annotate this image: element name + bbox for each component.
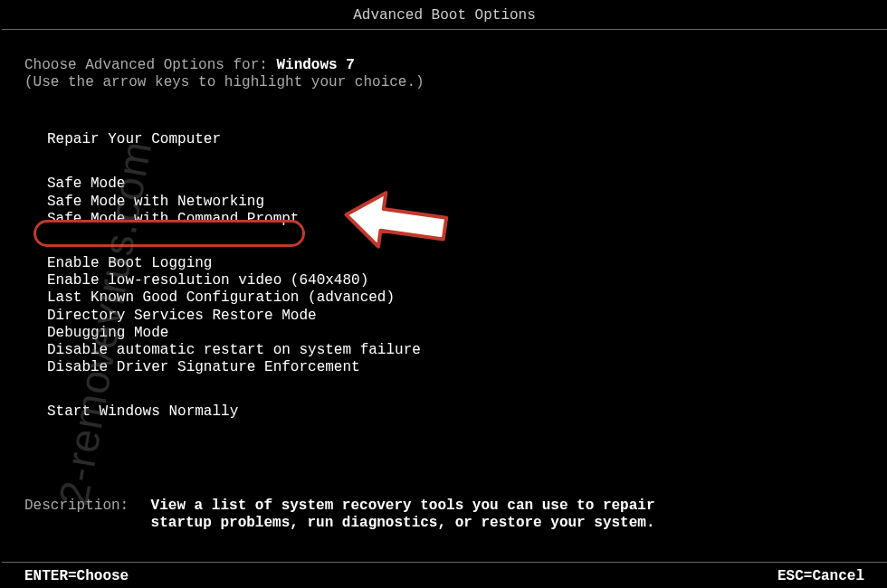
menu-disable-auto-restart[interactable]: Disable automatic restart on system fail… [47,342,421,359]
description-label: Description: [24,498,142,514]
intro-text: Choose Advanced Options for: Windows 7 [24,57,864,74]
menu-low-resolution[interactable]: Enable low-resolution video (640x480) [47,272,368,289]
page-title: Advanced Boot Options [2,0,887,30]
menu-disable-driver-signature[interactable]: Disable Driver Signature Enforcement [47,359,360,376]
menu-start-normally[interactable]: Start Windows Normally [47,403,238,421]
menu-enable-boot-logging[interactable]: Enable Boot Logging [47,255,212,272]
footer-enter: ENTER=Choose [24,568,129,584]
hint-text: (Use the arrow keys to highlight your ch… [24,74,864,90]
menu-safe-mode[interactable]: Safe Mode [47,175,125,193]
menu-directory-services-restore[interactable]: Directory Services Restore Mode [47,308,317,325]
content-area: Choose Advanced Options for: Windows 7 (… [2,30,887,421]
menu-last-known-good[interactable]: Last Known Good Configuration (advanced) [47,289,395,307]
os-name: Windows 7 [276,57,354,73]
menu-safe-mode-networking[interactable]: Safe Mode with Networking [47,194,264,211]
description-section: Description: View a list of system recov… [24,498,864,532]
menu-safe-mode-command-prompt[interactable]: Safe Mode with Command Prompt [47,211,299,228]
footer-esc: ESC=Cancel [777,568,864,584]
boot-menu[interactable]: Repair Your Computer Safe Mode Safe Mode… [24,131,864,421]
intro-prefix: Choose Advanced Options for: [24,57,276,73]
description-text: View a list of system recovery tools you… [151,498,658,532]
menu-debugging-mode[interactable]: Debugging Mode [47,325,168,342]
menu-repair-computer[interactable]: Repair Your Computer [47,131,221,148]
footer-bar: ENTER=Choose ESC=Cancel [2,562,887,584]
